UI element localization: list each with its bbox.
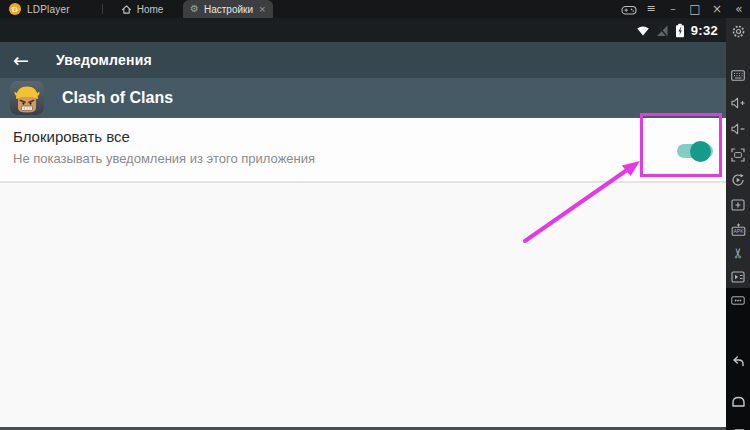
tab-settings-label: Настройки [204,4,253,15]
tab-close-icon[interactable]: × [258,4,266,14]
sidebar-operation-recorder-icon[interactable] [726,268,750,286]
window-app-name: LDPlayer [27,4,70,15]
emulator-sidebar: APK ✂ [726,18,750,430]
setting-description: Не показывать уведомления из этого прило… [13,151,315,166]
battery-charging-icon [675,23,685,38]
notifications-header: ← Уведомления [0,42,726,78]
app-title: Clash of Clans [62,89,173,107]
svg-text:APK: APK [733,228,744,234]
collapse-sidebar-icon[interactable]: « [728,0,750,18]
sidebar-keyboard-icon[interactable] [726,66,750,84]
sidebar-sync-restart-icon[interactable] [726,171,750,189]
window-controls: ≡ – □ × « [618,0,750,18]
app-row: Clash of Clans [0,78,726,118]
minimize-icon[interactable]: – [662,0,684,18]
settings-content: Блокировать все Не показывать уведомлени… [0,118,726,427]
no-signal-icon [656,24,669,37]
annotation-highlight-box [640,113,722,177]
menu-icon[interactable]: ≡ [640,0,662,18]
sidebar-fullscreen-icon[interactable] [726,146,750,164]
ldplayer-logo-icon: D [9,3,21,15]
wifi-icon [636,24,650,37]
sidebar-cut-screenshot-icon[interactable]: ✂ [726,244,750,262]
sidebar-settings-icon[interactable] [726,22,750,40]
nav-back-button[interactable] [726,352,750,370]
sidebar-volume-down-icon[interactable] [726,120,750,138]
home-icon [121,4,132,15]
nav-recents-button[interactable] [726,425,750,430]
back-arrow-icon[interactable]: ← [13,51,29,70]
tab-settings[interactable]: ⚙ Настройки × [183,0,273,18]
setting-title: Блокировать все [13,128,130,145]
maximize-icon[interactable]: □ [684,0,706,18]
nav-home-button[interactable] [726,392,750,410]
sidebar-more-icon[interactable] [726,291,750,309]
statusbar-clock: 9:32 [691,23,718,38]
sidebar-add-window-icon[interactable] [726,196,750,214]
page-title: Уведомления [56,52,152,68]
titlebar-separator [102,4,103,14]
window-titlebar: D LDPlayer Home ⚙ Настройки × ≡ – □ × « [0,0,750,18]
settings-gear-icon: ⚙ [190,4,199,14]
gamepad-icon[interactable] [618,0,640,18]
tab-home[interactable]: Home [113,0,172,18]
close-icon[interactable]: × [706,0,728,18]
sidebar-volume-up-icon[interactable] [726,94,750,112]
clash-of-clans-app-icon [10,81,44,115]
tab-home-label: Home [137,4,164,15]
sidebar-install-apk-icon[interactable]: APK [726,220,750,238]
block-all-setting-row[interactable]: Блокировать все Не показывать уведомлени… [0,118,726,183]
android-statusbar: 9:32 [0,18,726,42]
